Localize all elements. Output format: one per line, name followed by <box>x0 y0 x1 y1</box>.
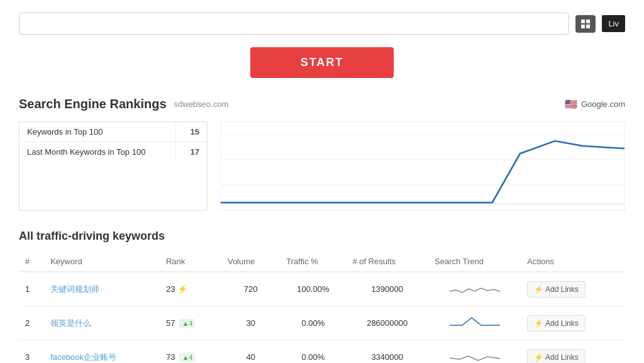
row-keyword[interactable]: 关键词规划师 <box>44 272 160 306</box>
row-volume: 720 <box>221 272 280 306</box>
search-icon-button[interactable] <box>575 15 596 33</box>
grid-icon <box>580 19 591 29</box>
row-action[interactable]: ⚡ Add Links <box>521 272 625 306</box>
row-volume: 40 <box>221 340 280 364</box>
table-header: Actions <box>521 252 625 272</box>
start-row: START <box>19 47 625 78</box>
search-input[interactable]: www.sdwebseo.com <box>19 13 569 35</box>
rank-value: 23 <box>166 284 175 294</box>
live-badge: Liv <box>602 15 625 32</box>
keyword-link[interactable]: 领英是什么 <box>50 318 91 328</box>
row-traffic: 100.00% <box>280 272 346 306</box>
row-traffic: 0.00% <box>280 340 346 364</box>
chart-area <box>220 121 625 211</box>
table-header: Traffic % <box>280 252 346 272</box>
us-flag-icon: 🇺🇸 <box>565 98 577 110</box>
svg-rect-2 <box>581 25 585 28</box>
keyword-link[interactable]: facebook企业账号 <box>50 352 116 362</box>
table-header: Keyword <box>44 252 160 272</box>
row-action[interactable]: ⚡ Add Links <box>521 306 625 340</box>
row-results: 1390000 <box>346 272 428 306</box>
table-row: 3 facebook企业账号 73▲4 40 0.00% 3340000 ⚡ A… <box>19 340 625 364</box>
ranking-label: Keywords in Top 100 <box>19 122 175 142</box>
ranking-row: Last Month Keywords in Top 10017 <box>19 142 207 162</box>
row-traffic: 0.00% <box>280 306 346 340</box>
row-num: 2 <box>19 306 44 340</box>
rank-value: 73 <box>166 352 175 362</box>
keyword-link[interactable]: 关键词规划师 <box>50 284 99 294</box>
svg-rect-0 <box>581 20 585 23</box>
ranking-value: 15 <box>175 122 207 142</box>
row-trend <box>428 306 521 340</box>
ranking-value: 17 <box>175 142 207 162</box>
section-domain: sdwebseo.com <box>174 99 229 109</box>
search-bar-row: www.sdwebseo.com Liv <box>19 13 625 35</box>
add-links-button[interactable]: ⚡ Add Links <box>527 315 585 332</box>
rankings-chart <box>221 122 625 210</box>
keywords-table: #KeywordRankVolumeTraffic %# of ResultsS… <box>19 252 625 363</box>
row-trend <box>428 340 521 364</box>
table-header: Search Trend <box>428 252 521 272</box>
row-rank: 57▲4 <box>160 306 221 340</box>
row-keyword[interactable]: facebook企业账号 <box>44 340 160 364</box>
start-button[interactable]: START <box>250 47 394 78</box>
row-rank: 23⚡ <box>160 272 221 306</box>
rank-icon: ⚡ <box>177 284 187 294</box>
table-row: 2 领英是什么 57▲4 30 0.00% 286000000 ⚡ Add Li… <box>19 306 625 340</box>
ranking-label: Last Month Keywords in Top 100 <box>19 142 175 162</box>
keywords-section-title: All traffic-driving keywords <box>19 230 625 243</box>
rankings-row: Keywords in Top 10015Last Month Keywords… <box>19 121 625 211</box>
ranking-row: Keywords in Top 10015 <box>19 122 207 142</box>
row-results: 3340000 <box>346 340 428 364</box>
rankings-table: Keywords in Top 10015Last Month Keywords… <box>19 121 208 211</box>
rank-value: 57 <box>166 318 175 328</box>
row-trend <box>428 272 521 306</box>
svg-rect-3 <box>586 25 590 28</box>
row-num: 1 <box>19 272 44 306</box>
table-header: # <box>19 252 44 272</box>
table-row: 1 关键词规划师 23⚡ 720 100.00% 1390000 ⚡ Add L… <box>19 272 625 306</box>
add-links-button[interactable]: ⚡ Add Links <box>527 349 585 364</box>
row-num: 3 <box>19 340 44 364</box>
page-wrapper: www.sdwebseo.com Liv START Search Engine… <box>0 0 644 363</box>
svg-rect-1 <box>586 20 590 23</box>
rank-change: ▲4 <box>179 353 195 362</box>
row-volume: 30 <box>221 306 280 340</box>
rank-change: ▲4 <box>179 319 195 328</box>
row-action[interactable]: ⚡ Add Links <box>521 340 625 364</box>
google-label: Google.com <box>581 99 625 109</box>
table-header: # of Results <box>346 252 428 272</box>
section-title: Search Engine Rankings <box>19 97 167 111</box>
table-header: Rank <box>160 252 221 272</box>
row-rank: 73▲4 <box>160 340 221 364</box>
section-header: Search Engine Rankings sdwebseo.com 🇺🇸 G… <box>19 97 625 111</box>
row-results: 286000000 <box>346 306 428 340</box>
add-links-button[interactable]: ⚡ Add Links <box>527 281 585 298</box>
google-badge: 🇺🇸 Google.com <box>565 98 625 110</box>
row-keyword[interactable]: 领英是什么 <box>44 306 160 340</box>
table-header: Volume <box>221 252 280 272</box>
